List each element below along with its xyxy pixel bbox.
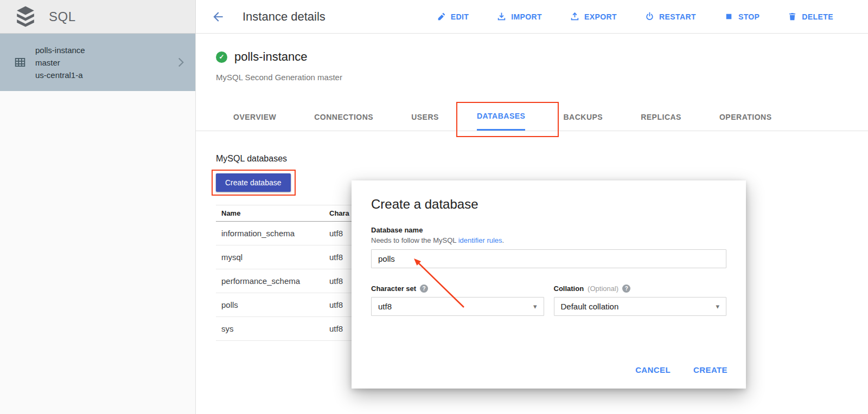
character-set-value: utf8 xyxy=(378,302,392,311)
cloud-sql-logo-icon xyxy=(15,5,36,28)
db-name-cell: information_schema xyxy=(216,229,329,238)
tab-backups-label: BACKUPS xyxy=(563,113,603,121)
tab-users[interactable]: USERS xyxy=(411,103,439,131)
stop-square-icon xyxy=(724,12,733,21)
tab-connections-label: CONNECTIONS xyxy=(314,113,373,121)
instance-name: polls-instance xyxy=(234,50,308,64)
chevron-down-icon xyxy=(533,302,537,310)
power-icon xyxy=(645,12,654,21)
tab-overview[interactable]: OVERVIEW xyxy=(233,103,276,131)
help-icon xyxy=(420,284,428,293)
restart-label: RESTART xyxy=(659,12,696,21)
character-set-select[interactable]: utf8 xyxy=(371,297,544,316)
export-icon xyxy=(570,12,579,21)
database-name-help: Needs to follow the MySQL identifier rul… xyxy=(371,236,726,244)
character-set-label: Character set xyxy=(371,284,416,293)
character-set-field: Character set utf8 xyxy=(371,284,544,316)
edit-button[interactable]: EDIT xyxy=(437,12,469,21)
column-header-name: Name xyxy=(216,209,329,217)
dialog-selects-row: Character set utf8 Collation (Optional) … xyxy=(371,284,726,316)
collation-select[interactable]: Default collation xyxy=(554,297,727,316)
back-arrow-icon[interactable] xyxy=(211,10,225,24)
create-database-dialog: Create a database Database name Needs to… xyxy=(352,180,746,389)
sidebar-instance-name: polls-instance xyxy=(35,44,174,56)
instance-subtitle: MySQL Second Generation master xyxy=(216,73,342,82)
identifier-rules-link[interactable]: identifier rules xyxy=(458,236,502,244)
page-header: Instance details EDIT IMPORT EXPORT xyxy=(196,0,868,34)
help-icon xyxy=(622,284,630,293)
create-button[interactable]: CREATE xyxy=(693,365,727,374)
tab-replicas-label: REPLICAS xyxy=(641,113,681,121)
restart-button[interactable]: RESTART xyxy=(645,12,696,21)
sidebar-item-polls-instance[interactable]: polls-instance master us-central1-a xyxy=(0,34,195,91)
instance-header: polls-instance xyxy=(216,50,308,64)
section-heading: MySQL databases xyxy=(216,154,287,164)
collation-value: Default collation xyxy=(561,302,619,311)
dialog-title: Create a database xyxy=(371,197,726,212)
database-name-label: Database name xyxy=(371,226,726,234)
trash-icon xyxy=(788,12,797,21)
tab-replicas[interactable]: REPLICAS xyxy=(641,103,681,131)
dialog-actions: CANCEL CREATE xyxy=(635,365,727,374)
chevron-right-icon xyxy=(174,55,188,69)
sidebar-instance-info: polls-instance master us-central1-a xyxy=(35,44,174,81)
export-label: EXPORT xyxy=(584,12,617,21)
product-header: SQL xyxy=(0,0,196,34)
pencil-icon xyxy=(437,12,446,21)
create-database-button[interactable]: Create database xyxy=(216,173,291,192)
page-title: Instance details xyxy=(242,10,326,24)
cancel-button[interactable]: CANCEL xyxy=(635,365,671,374)
db-name-cell: mysql xyxy=(216,253,329,262)
instance-grid-icon xyxy=(15,57,25,68)
chevron-down-icon xyxy=(716,302,719,310)
help-text-suffix: . xyxy=(502,236,505,244)
collation-label-row: Collation (Optional) xyxy=(554,284,727,293)
tab-overview-label: OVERVIEW xyxy=(233,113,276,121)
collation-label: Collation xyxy=(554,284,584,293)
help-text-prefix: Needs to follow the MySQL xyxy=(371,236,458,244)
character-set-label-row: Character set xyxy=(371,284,544,293)
delete-button[interactable]: DELETE xyxy=(788,12,833,21)
tab-databases[interactable]: DATABASES xyxy=(477,103,526,131)
tab-connections[interactable]: CONNECTIONS xyxy=(314,103,373,131)
import-label: IMPORT xyxy=(511,12,542,21)
status-check-icon xyxy=(216,51,227,63)
tab-operations[interactable]: OPERATIONS xyxy=(719,103,772,131)
db-name-cell: sys xyxy=(216,324,329,333)
collation-optional-hint: (Optional) xyxy=(588,284,618,293)
db-name-cell: polls xyxy=(216,300,329,309)
tab-users-label: USERS xyxy=(411,113,439,121)
import-button[interactable]: IMPORT xyxy=(497,12,542,21)
collation-field: Collation (Optional) Default collation xyxy=(554,284,727,316)
create-database-area: Create database xyxy=(216,173,291,192)
tab-databases-label: DATABASES xyxy=(477,112,526,120)
sidebar-instance-role: master xyxy=(35,56,174,69)
tab-operations-label: OPERATIONS xyxy=(719,113,772,121)
instance-actions: EDIT IMPORT EXPORT RESTART xyxy=(437,12,868,21)
delete-label: DELETE xyxy=(802,12,833,21)
export-button[interactable]: EXPORT xyxy=(570,12,617,21)
instance-tabs: OVERVIEW CONNECTIONS USERS DATABASES BAC… xyxy=(196,103,868,131)
import-icon xyxy=(497,12,506,21)
edit-label: EDIT xyxy=(451,12,469,21)
stop-button[interactable]: STOP xyxy=(724,12,760,21)
product-name: SQL xyxy=(49,9,76,24)
sidebar-instance-zone: us-central1-a xyxy=(35,69,174,81)
db-name-cell: performance_schema xyxy=(216,276,329,286)
instances-sidebar: polls-instance master us-central1-a xyxy=(0,34,196,414)
tab-backups[interactable]: BACKUPS xyxy=(563,103,603,131)
stop-label: STOP xyxy=(738,12,760,21)
database-name-input[interactable] xyxy=(371,249,726,268)
top-bar: SQL Instance details EDIT IMPORT xyxy=(0,0,868,34)
